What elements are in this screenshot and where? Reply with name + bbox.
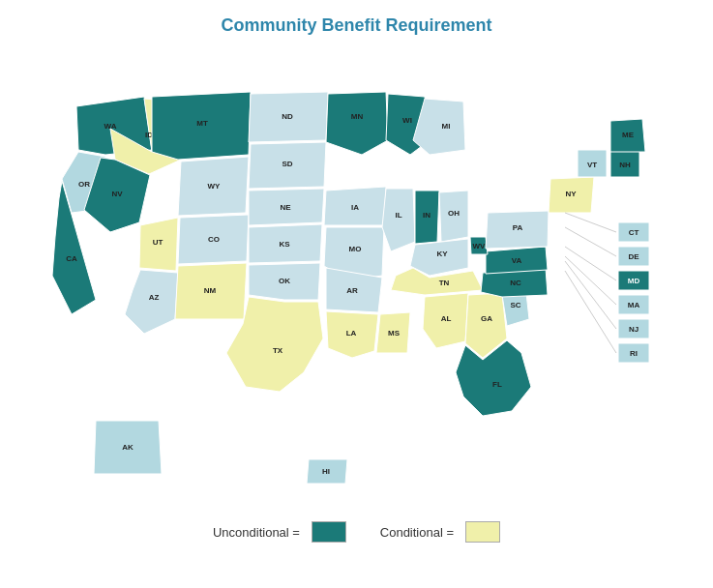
state-DE bbox=[618, 247, 649, 266]
state-KY bbox=[410, 239, 468, 276]
state-NM bbox=[175, 263, 247, 319]
state-IA bbox=[324, 187, 386, 225]
unconditional-box bbox=[312, 521, 346, 543]
state-SC bbox=[502, 293, 529, 326]
page-title: Community Benefit Requirement bbox=[221, 15, 491, 36]
state-OH bbox=[439, 191, 468, 242]
state-WY bbox=[178, 157, 249, 216]
state-ME bbox=[610, 119, 645, 152]
state-RI bbox=[618, 343, 649, 363]
state-LA bbox=[326, 311, 378, 358]
conditional-label: Conditional = bbox=[380, 525, 454, 540]
state-OK bbox=[249, 263, 320, 300]
state-CT bbox=[618, 222, 649, 242]
state-MT bbox=[152, 92, 251, 160]
state-CO bbox=[178, 215, 249, 264]
state-FL bbox=[456, 340, 531, 416]
svg-line-4 bbox=[565, 261, 616, 329]
svg-line-5 bbox=[565, 271, 616, 353]
svg-line-0 bbox=[565, 213, 616, 232]
state-PA bbox=[486, 211, 549, 249]
state-HI bbox=[307, 459, 347, 484]
state-MA bbox=[618, 295, 649, 314]
state-NE bbox=[249, 189, 324, 225]
state-MN bbox=[326, 92, 388, 155]
state-KS bbox=[249, 224, 322, 263]
state-AK bbox=[94, 421, 162, 474]
state-AL bbox=[423, 293, 468, 348]
state-IL bbox=[382, 189, 415, 251]
state-MD bbox=[618, 271, 649, 290]
state-AZ bbox=[125, 270, 178, 334]
state-NH bbox=[610, 150, 639, 177]
state-VA bbox=[486, 247, 548, 274]
state-NY bbox=[549, 177, 594, 213]
state-ND bbox=[249, 92, 328, 142]
state-IN bbox=[415, 191, 439, 244]
map-container: WA OR CA ID NV MT WY UT AZ CO NM ND bbox=[18, 44, 696, 517]
legend: Unconditional = Conditional = bbox=[213, 521, 500, 543]
unconditional-label: Unconditional = bbox=[213, 525, 300, 540]
state-VT bbox=[578, 150, 607, 177]
state-NJ bbox=[618, 319, 649, 338]
state-UT bbox=[139, 218, 178, 271]
state-SD bbox=[249, 142, 326, 189]
state-MS bbox=[376, 312, 410, 353]
state-WV bbox=[470, 237, 488, 254]
conditional-box bbox=[465, 521, 500, 543]
